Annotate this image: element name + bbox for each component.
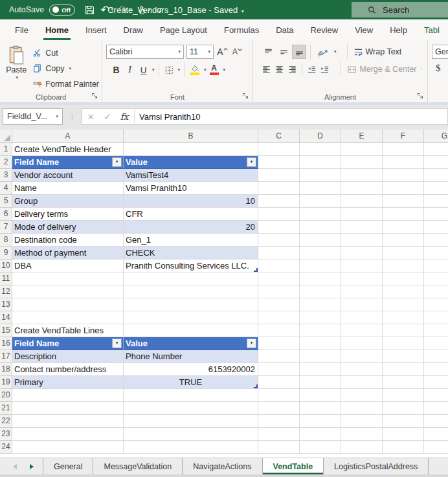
cell-g11[interactable] — [424, 272, 448, 285]
cell-c1[interactable] — [258, 143, 300, 156]
column-header-d[interactable]: D — [300, 129, 341, 143]
font-dialog-launcher[interactable] — [242, 93, 250, 100]
cell-f8[interactable] — [383, 234, 424, 247]
cell-g2[interactable] — [424, 156, 448, 169]
cell-b12[interactable] — [124, 285, 258, 298]
row-header-11[interactable]: 11 — [0, 272, 12, 285]
sheet-scroll-right-icon[interactable] — [30, 464, 34, 469]
cell-a1[interactable]: Create VendTable Header — [12, 143, 124, 156]
cell-c19[interactable] — [258, 376, 300, 389]
filter-button[interactable]: ▾ — [247, 157, 256, 167]
cell-e11[interactable] — [341, 272, 383, 285]
cell-g16[interactable] — [424, 337, 448, 350]
cell-c3[interactable] — [258, 169, 300, 182]
row-header-1[interactable]: 1 — [0, 143, 12, 156]
cell-d16[interactable] — [300, 337, 341, 350]
fill-color-button[interactable] — [188, 63, 201, 77]
cell-a24[interactable] — [12, 441, 124, 454]
row-header-14[interactable]: 14 — [0, 311, 12, 324]
cell-b5[interactable]: 10 — [124, 195, 258, 208]
orientation-button[interactable]: ab — [315, 45, 331, 59]
cell-a4[interactable]: Name — [12, 182, 124, 195]
cell-b15[interactable] — [124, 324, 258, 337]
cell-a19[interactable]: Primary — [12, 376, 124, 389]
cell-f14[interactable] — [383, 311, 424, 324]
cell-b19[interactable]: TRUE — [124, 376, 258, 389]
cell-d10[interactable] — [300, 260, 341, 272]
touch-mode-button[interactable]: ▾ — [134, 0, 153, 19]
cell-f3[interactable] — [383, 169, 424, 182]
align-left-button[interactable] — [261, 62, 273, 76]
cell-a9[interactable]: Method of payment — [12, 247, 124, 260]
cell-e21[interactable] — [341, 402, 383, 415]
cell-c22[interactable] — [258, 415, 300, 428]
cell-c23[interactable] — [258, 428, 300, 441]
cell-g18[interactable] — [424, 363, 448, 376]
sheet-tab-messagevalidation[interactable]: MessageValidation — [93, 458, 182, 474]
cell-b18[interactable]: 6153920002 — [124, 363, 258, 376]
cell-c4[interactable] — [258, 182, 300, 195]
cell-e5[interactable] — [341, 195, 383, 208]
row-header-3[interactable]: 3 — [0, 169, 12, 182]
cell-g12[interactable] — [424, 285, 448, 298]
column-header-g[interactable]: G — [424, 129, 448, 143]
cell-f19[interactable] — [383, 376, 424, 389]
cell-f22[interactable] — [383, 415, 424, 428]
font-name-select[interactable]: Calibri ▾ — [106, 45, 184, 59]
cell-f24[interactable] — [383, 441, 424, 454]
ribbon-tab-tabl[interactable]: Tabl — [416, 19, 448, 40]
cell-g9[interactable] — [424, 247, 448, 260]
cell-b10[interactable]: Pranith Consulting Services LLC. — [124, 260, 258, 272]
font-color-button[interactable]: A — [208, 63, 221, 77]
ribbon-tab-help[interactable]: Help — [381, 19, 416, 40]
row-header-24[interactable]: 24 — [0, 441, 12, 454]
cell-a11[interactable] — [12, 272, 124, 285]
cell-d20[interactable] — [300, 389, 341, 402]
cell-d21[interactable] — [300, 402, 341, 415]
ribbon-tab-formulas[interactable]: Formulas — [216, 19, 267, 40]
filter-button[interactable]: ▾ — [247, 338, 256, 348]
column-header-c[interactable]: C — [258, 129, 300, 143]
cell-a22[interactable] — [12, 415, 124, 428]
cell-e18[interactable] — [341, 363, 383, 376]
cell-e8[interactable] — [341, 234, 383, 247]
cell-d3[interactable] — [300, 169, 341, 182]
cell-a16[interactable]: Field Name▾ — [12, 337, 124, 350]
cell-e20[interactable] — [341, 389, 383, 402]
cell-c5[interactable] — [258, 195, 300, 208]
row-header-6[interactable]: 6 — [0, 208, 12, 221]
cell-a7[interactable]: Mode of delivery — [12, 221, 124, 234]
cell-f2[interactable] — [383, 156, 424, 169]
ribbon-tab-page-layout[interactable]: Page Layout — [151, 19, 216, 40]
cell-b16[interactable]: Value▾ — [124, 337, 258, 350]
cell-b4[interactable]: Vamsi Pranith10 — [124, 182, 258, 195]
cell-c24[interactable] — [258, 441, 300, 454]
row-header-16[interactable]: 16 — [0, 337, 12, 350]
cell-d22[interactable] — [300, 415, 341, 428]
cell-a23[interactable] — [12, 428, 124, 441]
cell-f4[interactable] — [383, 182, 424, 195]
cell-e2[interactable] — [341, 156, 383, 169]
cell-f16[interactable] — [383, 337, 424, 350]
row-header-23[interactable]: 23 — [0, 428, 12, 441]
cell-f9[interactable] — [383, 247, 424, 260]
cell-e13[interactable] — [341, 298, 383, 311]
cell-d5[interactable] — [300, 195, 341, 208]
row-header-12[interactable]: 12 — [0, 285, 12, 298]
row-header-19[interactable]: 19 — [0, 376, 12, 389]
cell-e4[interactable] — [341, 182, 383, 195]
font-size-select[interactable]: 11 ▾ — [186, 45, 214, 59]
cell-f21[interactable] — [383, 402, 424, 415]
cell-e22[interactable] — [341, 415, 383, 428]
cell-e16[interactable] — [341, 337, 383, 350]
select-all-corner[interactable] — [0, 129, 12, 143]
cell-g6[interactable] — [424, 208, 448, 221]
clipboard-dialog-launcher[interactable] — [91, 93, 99, 100]
filter-button[interactable]: ▾ — [112, 338, 122, 348]
cell-g19[interactable] — [424, 376, 448, 389]
cell-d11[interactable] — [300, 272, 341, 285]
cell-b20[interactable] — [124, 389, 258, 402]
cell-d23[interactable] — [300, 428, 341, 441]
cell-d6[interactable] — [300, 208, 341, 221]
row-header-8[interactable]: 8 — [0, 234, 12, 247]
